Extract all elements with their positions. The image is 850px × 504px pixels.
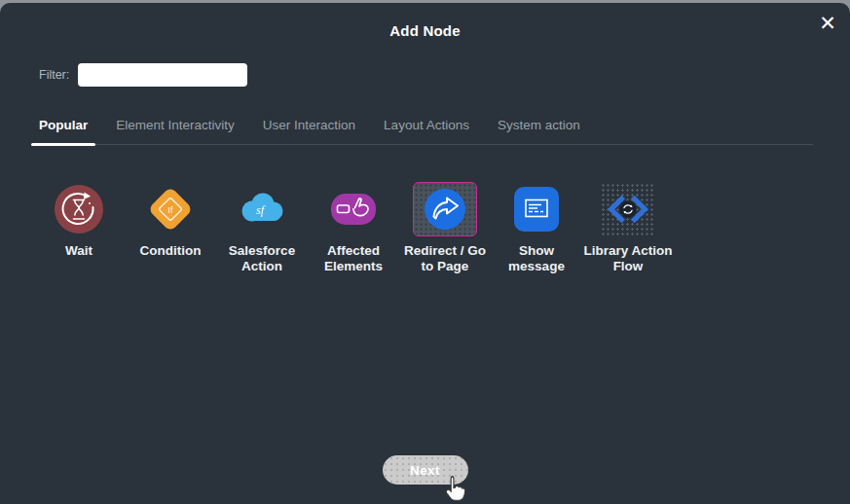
node-label: Library Action Flow bbox=[582, 243, 674, 274]
node-grid: Wait If Condition bbox=[33, 181, 674, 274]
node-item-affected-elements[interactable]: Affected Elements bbox=[308, 181, 399, 274]
wait-hourglass-icon bbox=[54, 184, 104, 234]
tab-element-interactivity[interactable]: Element Interactivity bbox=[116, 118, 235, 132]
tab-user-interaction[interactable]: User Interaction bbox=[263, 118, 355, 132]
page-title: Add Node bbox=[0, 22, 850, 39]
node-item-wait[interactable]: Wait bbox=[33, 181, 125, 274]
dotted-tile bbox=[601, 183, 655, 235]
tab-bar: Popular Element Interactivity User Inter… bbox=[39, 118, 813, 145]
node-label: Redirect / Go to Page bbox=[399, 243, 491, 274]
node-label: Condition bbox=[125, 243, 216, 259]
node-label: Wait bbox=[33, 243, 125, 259]
next-button[interactable]: Next bbox=[383, 455, 468, 485]
salesforce-cloud-icon: sf bbox=[235, 184, 289, 234]
message-box-icon bbox=[513, 186, 560, 233]
node-item-condition[interactable]: If Condition bbox=[125, 181, 216, 274]
tab-popular[interactable]: Popular bbox=[39, 118, 88, 132]
node-item-redirect-go-to-page[interactable]: Redirect / Go to Page bbox=[399, 181, 491, 274]
filter-label: Filter: bbox=[39, 68, 69, 82]
tab-system-action[interactable]: System action bbox=[498, 118, 580, 132]
filter-row: Filter: bbox=[39, 63, 247, 87]
node-item-show-message[interactable]: Show message bbox=[491, 181, 582, 274]
redirect-arrow-icon bbox=[425, 189, 465, 230]
filter-input[interactable] bbox=[78, 63, 247, 87]
action-flow-brackets-icon bbox=[604, 185, 652, 234]
condition-if-diamond-icon: If bbox=[144, 183, 197, 235]
node-label: Salesforce Action bbox=[216, 243, 308, 274]
node-item-salesforce-action[interactable]: sf Salesforce Action bbox=[216, 181, 308, 274]
svg-text:If: If bbox=[167, 204, 173, 215]
close-icon[interactable]: ✕ bbox=[813, 9, 842, 38]
tab-layout-actions[interactable]: Layout Actions bbox=[384, 118, 469, 132]
add-node-modal: Add Node ✕ Filter: Popular Element Inter… bbox=[0, 3, 850, 504]
node-label: Affected Elements bbox=[308, 243, 399, 274]
selected-node-highlight bbox=[413, 182, 477, 236]
hand-click-icon bbox=[328, 184, 379, 234]
node-item-library-action-flow[interactable]: Library Action Flow bbox=[582, 181, 674, 274]
node-label: Show message bbox=[491, 243, 582, 274]
